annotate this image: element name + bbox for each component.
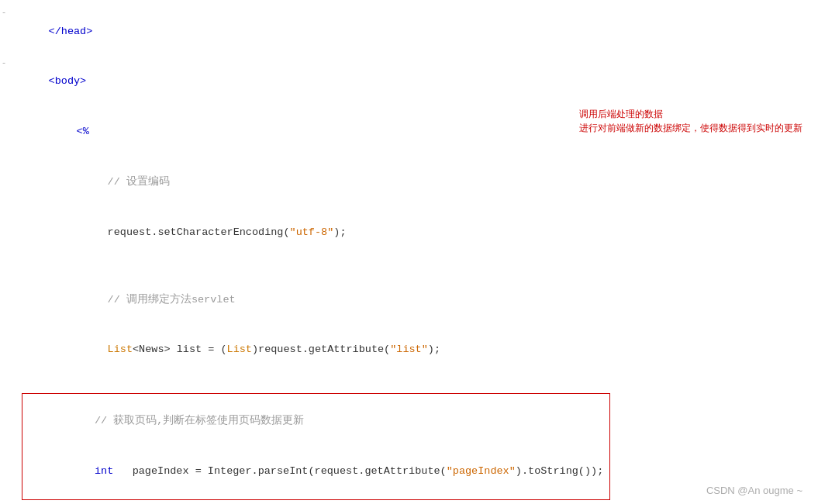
code-line: // 获取页码,判断在标签使用页码数据更新 [29,395,603,446]
line-text: // 调用绑定方法servlet [8,274,818,325]
code-line: // 设置编码 [0,157,818,207]
line-text: <body> [8,57,818,107]
annotation-text: 调用后端处理的数据 进行对前端做新的数据绑定，使得数据得到实时的更新 [579,107,802,135]
fold-indicator: - [0,57,8,71]
red-box-1: // 获取页码,判断在标签使用页码数据更新 int pageIndex = In… [22,393,818,500]
code-line: request.setCharacterEncoding("utf-8"); [0,207,818,257]
code-line: int pageIndex = Integer.parseInt(request… [29,446,603,496]
line-text [8,257,818,274]
line-text [8,375,818,392]
fold-indicator: - [0,6,8,20]
code-line: List<News> list = (List)request.getAttri… [0,325,818,375]
code-line: // 调用绑定方法servlet [0,274,818,325]
line-text: request.setCharacterEncoding("utf-8"); [8,207,818,257]
line-text: int pageIndex = Integer.parseInt(request… [29,446,603,496]
code-line: <% 调用后端处理的数据 进行对前端做新的数据绑定，使得数据得到实时的更新 [0,107,818,157]
line-text: // 设置编码 [8,157,818,207]
line-text: // 获取页码,判断在标签使用页码数据更新 [29,395,603,446]
code-line: - <body> [0,57,818,107]
code-line: - </head> [0,6,818,57]
line-text: </head> [8,6,818,57]
code-line [0,375,818,392]
watermark-text: CSDN @An ougme ~ [706,485,802,496]
line-text: List<News> list = (List)request.getAttri… [8,325,818,375]
code-line [0,257,818,274]
code-editor: - </head> - <body> <% 调用后端处理的数据 进行对前端做新的… [0,0,818,504]
